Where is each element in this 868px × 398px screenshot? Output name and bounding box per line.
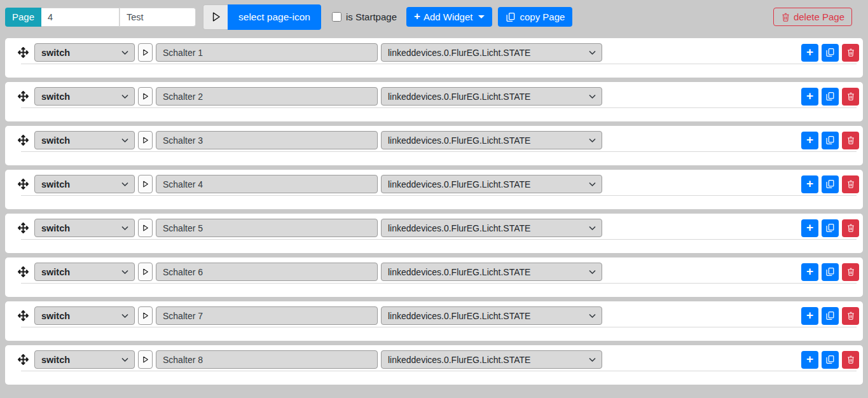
widget-row-controls: switch linkeddevices.0.FlurEG.Licht.STAT… — [5, 175, 859, 193]
add-widget-below-button[interactable]: + — [801, 263, 818, 281]
widget-row: switch linkeddevices.0.FlurEG.Licht.STAT… — [5, 38, 863, 78]
delete-widget-button[interactable] — [842, 132, 859, 149]
is-startpage-checkbox[interactable] — [332, 12, 341, 22]
delete-widget-button[interactable] — [842, 263, 859, 281]
widget-play-button[interactable] — [138, 219, 153, 237]
copy-widget-button[interactable] — [822, 307, 839, 325]
move-handle-icon[interactable] — [18, 266, 29, 277]
widget-row-actions: + — [798, 263, 859, 281]
widget-oid-select[interactable]: linkeddevices.0.FlurEG.Licht.STATE — [381, 87, 602, 106]
widget-play-button[interactable] — [138, 175, 153, 193]
widget-type-select[interactable]: switch — [34, 263, 135, 281]
trash-icon — [846, 311, 855, 320]
add-widget-below-button[interactable]: + — [801, 175, 818, 193]
copy-page-button[interactable]: copy Page — [498, 7, 572, 27]
delete-page-button[interactable]: delete Page — [773, 8, 852, 26]
widget-row-controls: switch linkeddevices.0.FlurEG.Licht.STAT… — [5, 43, 859, 62]
widget-name-input[interactable] — [156, 43, 378, 62]
play-outline-icon — [141, 312, 149, 320]
plus-icon: + — [806, 90, 813, 102]
widget-oid-select[interactable]: linkeddevices.0.FlurEG.Licht.STATE — [381, 219, 602, 237]
widget-type-select[interactable]: switch — [34, 43, 135, 62]
copy-widget-button[interactable] — [822, 132, 839, 149]
widget-type-select[interactable]: switch — [34, 306, 135, 325]
widget-type-select[interactable]: switch — [34, 87, 135, 106]
widget-row-controls: switch linkeddevices.0.FlurEG.Licht.STAT… — [5, 87, 859, 106]
widget-name-input[interactable] — [156, 263, 378, 281]
widget-row-actions: + — [798, 175, 859, 193]
widget-type-select[interactable]: switch — [34, 131, 135, 149]
widget-oid-select[interactable]: linkeddevices.0.FlurEG.Licht.STATE — [381, 306, 602, 325]
trash-icon — [846, 179, 855, 189]
add-widget-below-button[interactable]: + — [801, 351, 818, 369]
copy-icon — [506, 12, 516, 22]
add-widget-label: Add Widget — [424, 11, 473, 22]
move-handle-icon[interactable] — [18, 354, 29, 365]
delete-widget-button[interactable] — [842, 351, 859, 369]
widget-type-select[interactable]: switch — [34, 350, 135, 369]
copy-widget-button[interactable] — [822, 175, 839, 193]
widget-name-input[interactable] — [156, 306, 378, 325]
widget-name-input[interactable] — [156, 175, 378, 193]
widget-name-input[interactable] — [156, 350, 378, 369]
plus-icon: + — [806, 177, 813, 189]
move-handle-icon[interactable] — [18, 91, 29, 102]
add-widget-below-button[interactable]: + — [801, 44, 818, 62]
copy-icon — [825, 267, 835, 277]
page-name-input[interactable] — [120, 8, 196, 27]
copy-widget-button[interactable] — [822, 219, 839, 237]
delete-widget-button[interactable] — [842, 219, 859, 237]
is-startpage-label[interactable]: is Startpage — [346, 11, 397, 22]
copy-widget-button[interactable] — [822, 351, 839, 369]
widget-row-controls: switch linkeddevices.0.FlurEG.Licht.STAT… — [5, 263, 859, 281]
widget-play-button[interactable] — [138, 306, 153, 325]
copy-page-label: copy Page — [520, 11, 565, 22]
copy-widget-button[interactable] — [822, 44, 839, 62]
copy-widget-button[interactable] — [822, 88, 839, 106]
widget-oid-select[interactable]: linkeddevices.0.FlurEG.Licht.STATE — [381, 175, 602, 193]
add-widget-below-button[interactable]: + — [801, 307, 818, 325]
widget-oid-select[interactable]: linkeddevices.0.FlurEG.Licht.STATE — [381, 43, 602, 62]
copy-icon — [825, 135, 835, 145]
widget-play-button[interactable] — [138, 43, 153, 62]
move-handle-icon[interactable] — [18, 135, 29, 146]
move-handle-icon[interactable] — [18, 47, 29, 58]
page-number-input[interactable] — [41, 8, 120, 27]
page-icon-preview-button[interactable] — [203, 4, 228, 30]
copy-widget-button[interactable] — [822, 263, 839, 281]
trash-icon — [846, 92, 855, 101]
widget-type-select[interactable]: switch — [34, 175, 135, 193]
delete-widget-button[interactable] — [842, 44, 859, 62]
delete-widget-button[interactable] — [842, 88, 859, 106]
widget-name-input[interactable] — [156, 219, 378, 237]
widget-play-button[interactable] — [138, 263, 153, 281]
widget-name-input[interactable] — [156, 87, 378, 106]
copy-icon — [825, 48, 835, 57]
widget-type-select[interactable]: switch — [34, 219, 135, 237]
row-divider — [21, 107, 857, 108]
widget-row-controls: switch linkeddevices.0.FlurEG.Licht.STAT… — [5, 306, 859, 325]
add-widget-below-button[interactable]: + — [801, 88, 818, 106]
add-widget-below-button[interactable]: + — [801, 219, 818, 237]
add-widget-button[interactable]: + Add Widget — [406, 7, 492, 27]
widget-oid-select[interactable]: linkeddevices.0.FlurEG.Licht.STATE — [381, 131, 602, 149]
widget-oid-select[interactable]: linkeddevices.0.FlurEG.Licht.STATE — [381, 350, 602, 369]
copy-icon — [825, 179, 835, 189]
move-handle-icon[interactable] — [18, 310, 29, 321]
widget-name-input[interactable] — [156, 131, 378, 149]
select-page-icon-button[interactable]: select page-icon — [228, 4, 321, 30]
add-widget-below-button[interactable]: + — [801, 132, 818, 149]
widget-play-button[interactable] — [138, 131, 153, 149]
widget-oid-select[interactable]: linkeddevices.0.FlurEG.Licht.STATE — [381, 263, 602, 281]
plus-icon: + — [806, 353, 813, 365]
trash-icon — [846, 355, 855, 364]
row-divider — [21, 64, 857, 64]
widget-row-actions: + — [798, 351, 859, 369]
move-handle-icon[interactable] — [18, 223, 29, 233]
widget-play-button[interactable] — [138, 87, 153, 106]
widget-play-button[interactable] — [138, 350, 153, 369]
page-toolbar: Page select page-icon is Startpage + Add… — [0, 0, 868, 34]
delete-widget-button[interactable] — [842, 307, 859, 325]
move-handle-icon[interactable] — [18, 179, 29, 189]
delete-widget-button[interactable] — [842, 175, 859, 193]
